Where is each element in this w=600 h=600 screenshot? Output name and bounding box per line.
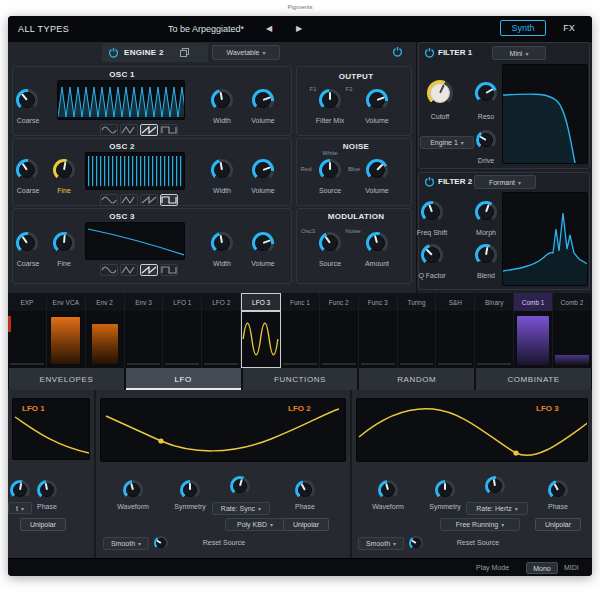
engine-type-dropdown[interactable]: Wavetable▾ xyxy=(212,45,280,60)
filter-mix-knob[interactable] xyxy=(319,89,341,111)
mod-tab-sh[interactable]: S&H xyxy=(436,293,475,311)
modulation-source-knob[interactable] xyxy=(319,232,341,254)
lfo3-smooth-knob[interactable] xyxy=(409,536,423,550)
mod-tab-env-3[interactable]: Env 3 xyxy=(125,293,164,311)
osc2-waveform-display[interactable] xyxy=(85,152,185,190)
osc3-fine-knob[interactable] xyxy=(53,232,75,254)
mod-cell-env-2[interactable] xyxy=(86,311,125,368)
cutoff-knob[interactable] xyxy=(427,80,453,106)
mod-cell-exp[interactable] xyxy=(8,311,47,368)
lfo2-unipolar-button[interactable]: Unipolar xyxy=(283,518,329,531)
filter2-curve-display[interactable] xyxy=(502,192,588,286)
osc2-coarse-knob[interactable] xyxy=(16,159,38,181)
mod-cell-comb-2[interactable] xyxy=(553,311,592,368)
lfo3-rate-mode-dropdown[interactable]: Rate: Hertz▾ xyxy=(466,502,528,515)
osc1-wave-saw-button[interactable] xyxy=(140,124,158,136)
mod-cell-func-3[interactable] xyxy=(359,311,398,368)
osc2-wave-sine-button[interactable] xyxy=(100,194,118,206)
drive-knob[interactable] xyxy=(476,130,496,150)
osc2-width-knob[interactable] xyxy=(211,159,233,181)
all-types-menu[interactable]: ALL TYPES xyxy=(18,24,69,34)
freq-shift-knob[interactable] xyxy=(421,201,443,223)
osc3-wave-saw-button[interactable] xyxy=(140,264,158,276)
mod-tab-func-1[interactable]: Func 1 xyxy=(281,293,320,311)
mod-cell-lfo-3[interactable] xyxy=(241,311,281,368)
mod-cell-comb-1[interactable] xyxy=(514,311,553,368)
mod-cell-turing[interactable] xyxy=(398,311,437,368)
osc3-coarse-knob[interactable] xyxy=(16,232,38,254)
mod-tab-binary[interactable]: Binary xyxy=(475,293,514,311)
filter2-type-dropdown[interactable]: Formant▾ xyxy=(474,175,536,189)
lfo1-rate-knob[interactable] xyxy=(10,480,30,500)
osc1-coarse-knob[interactable] xyxy=(16,89,38,111)
preset-name[interactable]: To be Arpeggiated* xyxy=(136,24,276,34)
tab-synth[interactable]: Synth xyxy=(500,20,546,36)
play-mode-mono-button[interactable]: Mono xyxy=(526,562,558,574)
tab-envelopes[interactable]: ENVELOPES xyxy=(9,368,124,390)
tab-lfo[interactable]: LFO xyxy=(126,368,241,390)
lfo3-waveform-knob[interactable] xyxy=(378,480,398,500)
lfo2-rate-mode-dropdown[interactable]: Rate: Sync▾ xyxy=(212,502,270,515)
mod-cell-lfo-1[interactable] xyxy=(163,311,202,368)
mod-tab-lfo-3[interactable]: LFO 3 xyxy=(241,293,281,311)
lfo2-reset-source-dropdown[interactable]: Poly KBD▾ xyxy=(225,518,285,531)
tab-combinate[interactable]: COMBINATE xyxy=(476,368,591,390)
morph-knob[interactable] xyxy=(475,201,497,223)
duplicate-engine-icon[interactable] xyxy=(180,48,189,57)
mod-cell-lfo-2[interactable] xyxy=(202,311,241,368)
noise-volume-knob[interactable] xyxy=(366,159,388,181)
engine-enable-icon[interactable] xyxy=(392,46,403,57)
tab-fx[interactable]: FX xyxy=(554,20,584,36)
filter1-power-icon[interactable] xyxy=(424,47,435,58)
lfo2-symmetry-knob[interactable] xyxy=(180,480,200,500)
mod-tab-comb-2[interactable]: Comb 2 xyxy=(553,293,592,311)
osc3-wave-sine-button[interactable] xyxy=(100,264,118,276)
q-factor-knob[interactable] xyxy=(421,244,443,266)
filter2-power-icon[interactable] xyxy=(424,176,435,187)
osc1-wave-sine-button[interactable] xyxy=(100,124,118,136)
mod-tab-env-vca[interactable]: Env VCA xyxy=(47,293,86,311)
osc2-fine-knob[interactable] xyxy=(53,159,75,181)
osc3-wave-triangle-button[interactable] xyxy=(120,264,138,276)
reso-knob[interactable] xyxy=(475,82,497,104)
engine-power-icon[interactable] xyxy=(108,47,119,58)
modulation-amount-knob[interactable] xyxy=(366,232,388,254)
blend-knob[interactable] xyxy=(475,244,497,266)
lfo3-symmetry-knob[interactable] xyxy=(435,480,455,500)
lfo3-phase-knob[interactable] xyxy=(548,480,568,500)
mod-tab-exp[interactable]: EXP xyxy=(8,293,47,311)
mod-cell-binary[interactable] xyxy=(475,311,514,368)
filter1-input-dropdown[interactable]: Engine 1▾ xyxy=(420,136,474,149)
mod-cell-env-3[interactable] xyxy=(125,311,164,368)
tab-random[interactable]: RANDOM xyxy=(359,368,474,390)
lfo3-reset-source-dropdown[interactable]: Free Running▾ xyxy=(440,518,520,531)
osc3-volume-knob[interactable] xyxy=(252,232,274,254)
mod-tab-func-2[interactable]: Func 2 xyxy=(320,293,359,311)
lfo2-waveform-knob[interactable] xyxy=(123,480,143,500)
mod-cell-func-2[interactable] xyxy=(320,311,359,368)
tab-functions[interactable]: FUNCTIONS xyxy=(243,368,358,390)
lfo2-smooth-knob[interactable] xyxy=(154,536,168,550)
noise-source-knob[interactable] xyxy=(319,159,341,181)
osc2-volume-knob[interactable] xyxy=(252,159,274,181)
mod-cell-env-vca[interactable] xyxy=(47,311,86,368)
output-volume-knob[interactable] xyxy=(366,89,388,111)
osc1-wave-triangle-button[interactable] xyxy=(120,124,138,136)
mod-tab-env-2[interactable]: Env 2 xyxy=(86,293,125,311)
mod-tab-func-3[interactable]: Func 3 xyxy=(359,293,398,311)
lfo1-unipolar-button[interactable]: Unipolar xyxy=(20,518,66,531)
osc2-wave-triangle-button[interactable] xyxy=(120,194,138,206)
lfo2-phase-knob[interactable] xyxy=(295,480,315,500)
osc3-wave-square-button[interactable] xyxy=(160,264,178,276)
lfo2-smooth-dropdown[interactable]: Smooth▾ xyxy=(103,537,149,550)
mod-tab-turing[interactable]: Turing xyxy=(398,293,437,311)
filter1-type-dropdown[interactable]: Mini▾ xyxy=(492,46,546,60)
osc2-wave-square-button[interactable] xyxy=(160,194,178,206)
prev-preset-button[interactable]: ◀ xyxy=(266,24,272,33)
osc3-width-knob[interactable] xyxy=(211,232,233,254)
lfo2-rate-knob[interactable] xyxy=(230,476,250,496)
mod-tab-lfo-1[interactable]: LFO 1 xyxy=(163,293,202,311)
mod-tab-lfo-2[interactable]: LFO 2 xyxy=(202,293,241,311)
lfo1-phase-knob[interactable] xyxy=(37,480,57,500)
lfo3-smooth-dropdown[interactable]: Smooth▾ xyxy=(358,537,404,550)
